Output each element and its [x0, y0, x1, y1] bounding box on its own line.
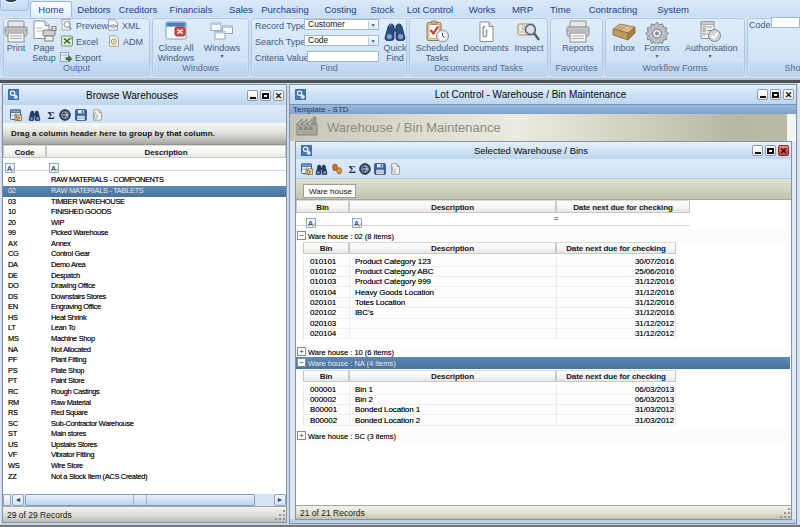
svg-text:</>: </> — [109, 23, 117, 29]
